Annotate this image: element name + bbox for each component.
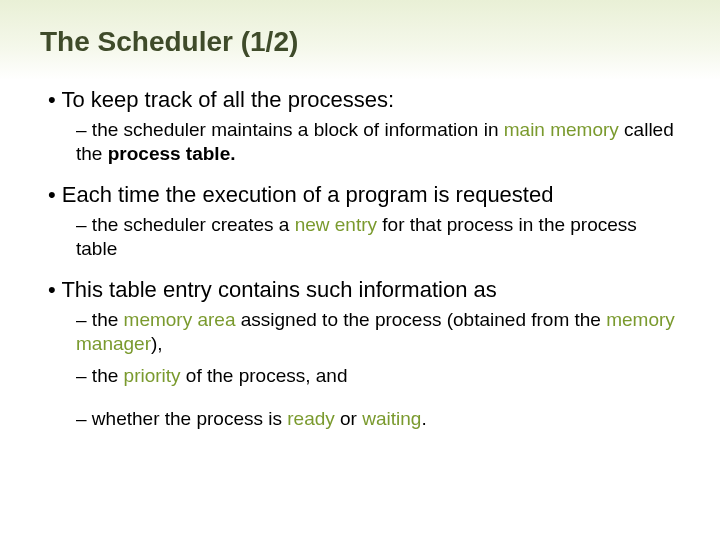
bullet-list: To keep track of all the processes: the … [48, 86, 680, 431]
bullet-1: To keep track of all the processes: the … [48, 86, 680, 167]
slide-content: To keep track of all the processes: the … [48, 86, 680, 445]
bullet-2-text: Each time the execution of a program is … [62, 182, 554, 207]
text: or [335, 408, 362, 429]
highlight-new-entry: new entry [295, 214, 377, 235]
bullet-3-sub-1: the memory area assigned to the process … [76, 308, 680, 357]
bullet-3: This table entry contains such informati… [48, 276, 680, 431]
highlight-priority: priority [124, 365, 181, 386]
text: the scheduler maintains a block of infor… [92, 119, 504, 140]
highlight-main-memory: main memory [504, 119, 619, 140]
bullet-3-sublist: the memory area assigned to the process … [76, 308, 680, 431]
bullet-2-sub-1: the scheduler creates a new entry for th… [76, 213, 680, 262]
text: assigned to the process (obtained from t… [235, 309, 606, 330]
bullet-2: Each time the execution of a program is … [48, 181, 680, 262]
bullet-3-text: This table entry contains such informati… [61, 277, 496, 302]
bullet-2-sublist: the scheduler creates a new entry for th… [76, 213, 680, 262]
text: of the process, and [181, 365, 348, 386]
bullet-1-sublist: the scheduler maintains a block of infor… [76, 118, 680, 167]
bullet-1-text: To keep track of all the processes: [61, 87, 394, 112]
text: ), [151, 333, 163, 354]
text: whether the process is [92, 408, 287, 429]
slide-title: The Scheduler (1/2) [40, 26, 298, 58]
highlight-ready: ready [287, 408, 335, 429]
highlight-memory-area: memory area [124, 309, 236, 330]
text: . [421, 408, 426, 429]
text: the scheduler creates a [92, 214, 295, 235]
text: the [92, 309, 124, 330]
highlight-waiting: waiting [362, 408, 421, 429]
text: the [92, 365, 124, 386]
slide: The Scheduler (1/2) To keep track of all… [0, 0, 720, 540]
bullet-3-sub-3: whether the process is ready or waiting. [76, 407, 680, 431]
bullet-1-sub-1: the scheduler maintains a block of infor… [76, 118, 680, 167]
bullet-3-sub-2: the priority of the process, and [76, 364, 680, 388]
bold-process-table: process table. [108, 143, 236, 164]
